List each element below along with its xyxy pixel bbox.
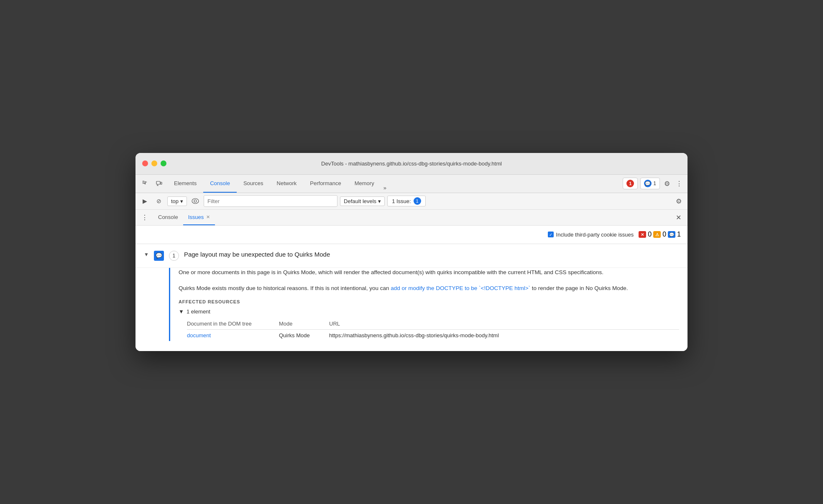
svg-point-5: [194, 200, 197, 202]
info-issues-badge: 💬: [668, 231, 675, 238]
issue-expand-chevron[interactable]: ▼: [144, 252, 149, 257]
issues-badge: 1: [414, 197, 421, 205]
panel-more-button[interactable]: ⋮: [139, 211, 151, 223]
tab-network[interactable]: Network: [270, 175, 304, 193]
affected-resources-label: AFFECTED RESOURCES: [179, 299, 679, 304]
error-count-badge: 1: [626, 180, 634, 187]
issue-type-icon: 💬: [154, 251, 164, 261]
filter-input[interactable]: [204, 195, 337, 207]
execute-button[interactable]: ▶: [139, 195, 151, 207]
devtools-tab-bar: Elements Console Sources Network Perform…: [135, 175, 688, 193]
issue-body-bar: One or more documents in this page is in…: [169, 268, 679, 341]
tab-console[interactable]: Console: [203, 175, 237, 193]
warning-issues-badge: ⚠: [653, 231, 661, 238]
clear-console-button[interactable]: ⊘: [153, 195, 165, 207]
issue-header-row[interactable]: ▼ 💬 1 Page layout may be unexpected due …: [135, 244, 688, 268]
checkbox-checked-icon: ✓: [548, 232, 554, 237]
element-chevron-icon: ▼: [179, 308, 184, 315]
third-party-cookie-checkbox-label[interactable]: ✓ Include third-party cookie issues: [548, 232, 634, 238]
tab-console-panel[interactable]: Console: [153, 210, 183, 225]
devtools-window: DevTools - mathiasbynens.github.io/css-d…: [135, 153, 688, 351]
table-row: document Quirks Mode https://mathiasbyne…: [187, 330, 679, 341]
issue-title: Page layout may be unexpected due to Qui…: [184, 251, 330, 258]
issues-panel-header: ✓ Include third-party cookie issues ✕ 0 …: [135, 226, 688, 244]
svg-point-4: [192, 199, 199, 204]
window-title: DevTools - mathiasbynens.github.io/css-d…: [321, 160, 502, 167]
tab-elements[interactable]: Elements: [167, 175, 203, 193]
svg-rect-0: [156, 181, 160, 184]
log-levels-dropdown[interactable]: Default levels ▾: [340, 196, 385, 206]
resources-table-header: Document in the DOM tree Mode URL: [187, 318, 679, 330]
document-link[interactable]: document: [187, 332, 211, 339]
resource-url: https://mathiasbynens.github.io/css-dbg-…: [329, 332, 679, 339]
traffic-lights: [142, 160, 166, 166]
error-icon: ✕: [641, 232, 644, 237]
panel-tab-bar: ⋮ Console Issues ✕ ✕: [135, 210, 688, 226]
svg-rect-1: [161, 182, 162, 184]
minimize-button[interactable]: [151, 160, 157, 166]
resources-table: Document in the DOM tree Mode URL docume…: [187, 318, 679, 341]
message-count-badge: 💬: [644, 180, 652, 187]
tab-issues-panel[interactable]: Issues ✕: [183, 210, 215, 225]
issue-description-2: Quirks Mode exists mostly due to histori…: [179, 284, 679, 293]
inspect-element-icon[interactable]: [139, 177, 152, 190]
more-options-icon[interactable]: ⋮: [674, 178, 684, 189]
tab-memory[interactable]: Memory: [348, 175, 381, 193]
error-issues-badge: ✕: [639, 231, 646, 238]
close-issues-tab-icon[interactable]: ✕: [206, 214, 210, 220]
more-tabs-button[interactable]: »: [381, 183, 389, 193]
doctype-link[interactable]: add or modify the DOCTYPE to be `<!DOCTY…: [391, 285, 530, 291]
close-panel-button[interactable]: ✕: [672, 211, 684, 223]
tab-performance[interactable]: Performance: [303, 175, 348, 193]
device-toolbar-icon[interactable]: [152, 177, 166, 190]
issues-content: ▼ 💬 1 Page layout may be unexpected due …: [135, 244, 688, 351]
issue-body: One or more documents in this page is in…: [135, 268, 688, 351]
main-tabs-list: Elements Console Sources Network Perform…: [167, 175, 623, 193]
tab-sources[interactable]: Sources: [237, 175, 270, 193]
issue-count-circle: 1: [169, 251, 179, 261]
context-dropdown[interactable]: top ▾: [167, 196, 187, 206]
element-count-toggle[interactable]: ▼ 1 element: [179, 308, 679, 315]
error-badge-button[interactable]: 1: [623, 178, 638, 189]
issues-count-summary: ✕ 0 ⚠ 0 💬 1: [639, 231, 681, 238]
console-toolbar: ▶ ⊘ top ▾ Default levels ▾ 1 Issue: 1 ⚙: [135, 193, 688, 210]
issues-count-button[interactable]: 1 Issue: 1: [387, 196, 426, 206]
settings-icon[interactable]: ⚙: [662, 178, 672, 189]
tabs-right-actions: 1 💬 1 ⚙ ⋮: [623, 178, 684, 189]
console-settings-icon[interactable]: ⚙: [673, 196, 684, 207]
warning-icon: ⚠: [655, 232, 659, 237]
message-badge-button[interactable]: 💬 1: [640, 178, 660, 189]
close-button[interactable]: [142, 160, 148, 166]
issue-description-1: One or more documents in this page is in…: [179, 268, 679, 277]
maximize-button[interactable]: [161, 160, 166, 166]
info-icon: 💬: [669, 232, 674, 237]
titlebar: DevTools - mathiasbynens.github.io/css-d…: [135, 153, 688, 175]
live-expressions-button[interactable]: [189, 195, 201, 207]
